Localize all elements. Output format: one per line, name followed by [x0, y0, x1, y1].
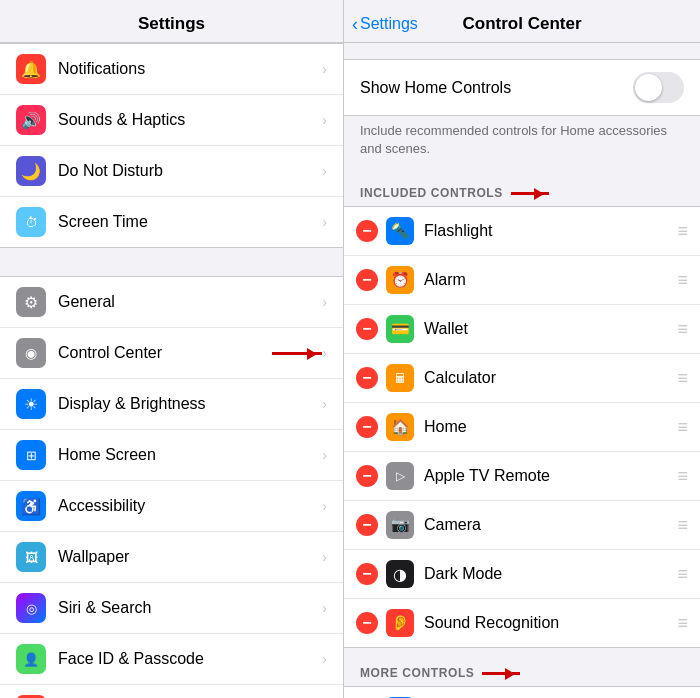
- control-item-appletv[interactable]: − ▷ Apple TV Remote ≡: [344, 452, 700, 501]
- sounds-chevron: ›: [322, 112, 327, 128]
- control-item-sound-recognition[interactable]: − 👂 Sound Recognition ≡: [344, 599, 700, 647]
- right-content: Show Home Controls Include recommended c…: [344, 43, 700, 698]
- minus-appletv[interactable]: −: [356, 465, 378, 487]
- minus-alarm[interactable]: −: [356, 269, 378, 291]
- sidebar-item-control-center[interactable]: ◉ Control Center ›: [0, 328, 343, 379]
- settings-list: 🔔 Notifications › 🔊 Sounds & Haptics › 🌙…: [0, 43, 343, 698]
- back-button[interactable]: ‹ Settings: [352, 14, 418, 35]
- notifications-chevron: ›: [322, 61, 327, 77]
- more-controls-header: MORE CONTROLS: [344, 648, 700, 686]
- back-label: Settings: [360, 15, 418, 33]
- minus-calculator[interactable]: −: [356, 367, 378, 389]
- sidebar-item-display[interactable]: ☀ Display & Brightness ›: [0, 379, 343, 430]
- minus-flashlight[interactable]: −: [356, 220, 378, 242]
- general-chevron: ›: [322, 294, 327, 310]
- left-panel: Settings 🔔 Notifications › 🔊 Sounds & Ha…: [0, 0, 344, 698]
- sidebar-item-faceid[interactable]: 👤 Face ID & Passcode ›: [0, 634, 343, 685]
- sounds-label: Sounds & Haptics: [58, 111, 322, 129]
- accessibility-icon: ♿: [16, 491, 46, 521]
- calculator-label: Calculator: [424, 369, 677, 387]
- sidebar-item-sounds[interactable]: 🔊 Sounds & Haptics ›: [0, 95, 343, 146]
- home-icon: 🏠: [386, 413, 414, 441]
- camera-drag[interactable]: ≡: [677, 515, 688, 536]
- top-spacer: [344, 43, 700, 51]
- home-screen-icon: ⊞: [16, 440, 46, 470]
- show-home-desc: Include recommended controls for Home ac…: [344, 116, 700, 168]
- sound-recognition-icon: 👂: [386, 609, 414, 637]
- alarm-label: Alarm: [424, 271, 677, 289]
- accessibility-chevron: ›: [322, 498, 327, 514]
- control-item-darkmode[interactable]: − ◑ Dark Mode ≡: [344, 550, 700, 599]
- wallet-drag[interactable]: ≡: [677, 319, 688, 340]
- minus-darkmode[interactable]: −: [356, 563, 378, 585]
- sidebar-item-siri[interactable]: ◎ Siri & Search ›: [0, 583, 343, 634]
- sidebar-item-wallpaper[interactable]: 🖼 Wallpaper ›: [0, 532, 343, 583]
- sidebar-item-general[interactable]: ⚙ General ›: [0, 277, 343, 328]
- darkmode-drag[interactable]: ≡: [677, 564, 688, 585]
- alarm-icon: ⏰: [386, 266, 414, 294]
- minus-camera[interactable]: −: [356, 514, 378, 536]
- calculator-icon: 🖩: [386, 364, 414, 392]
- right-header: ‹ Settings Control Center: [344, 0, 700, 43]
- home-screen-chevron: ›: [322, 447, 327, 463]
- settings-group-2: ⚙ General › ◉ Control Center › ☀ Display…: [0, 276, 343, 698]
- show-home-row: Show Home Controls: [344, 59, 700, 116]
- sidebar-item-accessibility[interactable]: ♿ Accessibility ›: [0, 481, 343, 532]
- general-icon: ⚙: [16, 287, 46, 317]
- wallet-icon: 💳: [386, 315, 414, 343]
- wallet-label: Wallet: [424, 320, 677, 338]
- minus-home[interactable]: −: [356, 416, 378, 438]
- wallpaper-chevron: ›: [322, 549, 327, 565]
- left-header: Settings: [0, 0, 343, 43]
- sounds-icon: 🔊: [16, 105, 46, 135]
- control-item-camera[interactable]: − 📷 Camera ≡: [344, 501, 700, 550]
- darkmode-label: Dark Mode: [424, 565, 677, 583]
- control-item-calculator[interactable]: − 🖩 Calculator ≡: [344, 354, 700, 403]
- home-label: Home: [424, 418, 677, 436]
- included-controls-header: INCLUDED CONTROLS: [344, 168, 700, 206]
- siri-label: Siri & Search: [58, 599, 322, 617]
- alarm-drag[interactable]: ≡: [677, 270, 688, 291]
- sound-recognition-label: Sound Recognition: [424, 614, 677, 632]
- sidebar-item-notifications[interactable]: 🔔 Notifications ›: [0, 44, 343, 95]
- screen-time-chevron: ›: [322, 214, 327, 230]
- control-item-home[interactable]: − 🏠 Home ≡: [344, 403, 700, 452]
- divider-1: [0, 248, 343, 276]
- included-arrow-annotation: [511, 192, 549, 195]
- show-home-toggle[interactable]: [633, 72, 684, 103]
- control-item-accessibility-shortcuts[interactable]: + ♿ Accessibility Shortcuts: [344, 687, 700, 698]
- appletv-drag[interactable]: ≡: [677, 466, 688, 487]
- control-center-arrow-annotation: [272, 352, 322, 355]
- more-arrow-head: [505, 668, 521, 680]
- dnd-label: Do Not Disturb: [58, 162, 322, 180]
- included-controls-group: − 🔦 Flashlight ≡ − ⏰ Alarm ≡ − 💳 Wallet …: [344, 206, 700, 648]
- included-arrow-head: [534, 188, 550, 200]
- minus-wallet[interactable]: −: [356, 318, 378, 340]
- control-item-wallet[interactable]: − 💳 Wallet ≡: [344, 305, 700, 354]
- sidebar-item-sos[interactable]: SOS Emergency SOS ›: [0, 685, 343, 698]
- left-title: Settings: [16, 14, 327, 34]
- included-controls-label: INCLUDED CONTROLS: [360, 186, 503, 200]
- minus-sound-recognition[interactable]: −: [356, 612, 378, 634]
- faceid-label: Face ID & Passcode: [58, 650, 322, 668]
- sidebar-item-dnd[interactable]: 🌙 Do Not Disturb ›: [0, 146, 343, 197]
- sidebar-item-screen-time[interactable]: ⏱ Screen Time ›: [0, 197, 343, 247]
- flashlight-drag[interactable]: ≡: [677, 221, 688, 242]
- calculator-drag[interactable]: ≡: [677, 368, 688, 389]
- screen-time-label: Screen Time: [58, 213, 322, 231]
- sidebar-item-home-screen[interactable]: ⊞ Home Screen ›: [0, 430, 343, 481]
- right-panel: ‹ Settings Control Center Show Home Cont…: [344, 0, 700, 698]
- control-item-flashlight[interactable]: − 🔦 Flashlight ≡: [344, 207, 700, 256]
- notifications-icon: 🔔: [16, 54, 46, 84]
- control-center-label: Control Center: [58, 344, 266, 362]
- home-drag[interactable]: ≡: [677, 417, 688, 438]
- back-chevron-icon: ‹: [352, 14, 358, 35]
- right-title: Control Center: [463, 14, 582, 34]
- control-item-alarm[interactable]: − ⏰ Alarm ≡: [344, 256, 700, 305]
- more-controls-group: + ♿ Accessibility Shortcuts + 📨 Announce…: [344, 686, 700, 698]
- appletv-label: Apple TV Remote: [424, 467, 677, 485]
- siri-chevron: ›: [322, 600, 327, 616]
- show-home-label: Show Home Controls: [360, 79, 633, 97]
- wallpaper-icon: 🖼: [16, 542, 46, 572]
- sound-recognition-drag[interactable]: ≡: [677, 613, 688, 634]
